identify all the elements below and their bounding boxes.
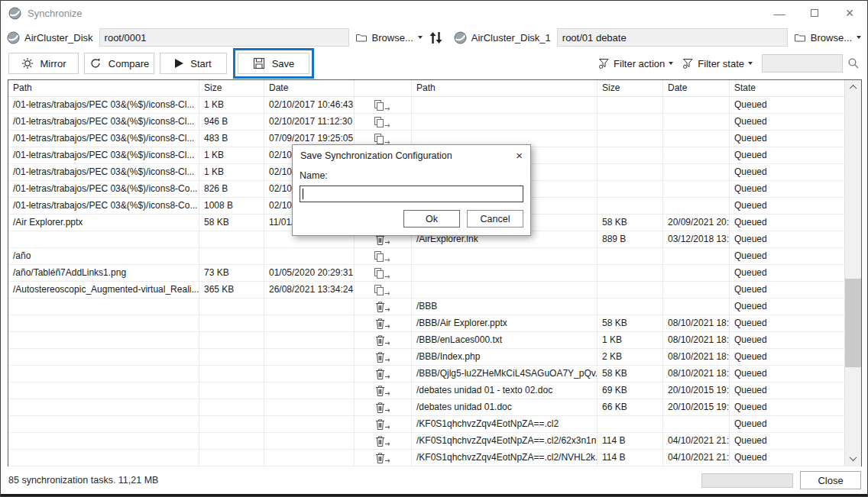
table-row[interactable]: /BBBQueued <box>8 299 861 315</box>
cell-date-left: 02/10/2017 11:12:30 <box>264 114 355 131</box>
table-row[interactable]: /BBB/Qjlg5-lu2ZHeMkCiL4SAGuOA7Y_pQv...58… <box>8 366 861 382</box>
vertical-scrollbar[interactable] <box>844 80 861 466</box>
scroll-down-icon[interactable] <box>845 451 861 466</box>
delete-file-icon <box>355 315 412 332</box>
swap-directions-icon[interactable] <box>429 31 443 44</box>
cell-state: Queued <box>730 299 861 315</box>
cell-state: Queued <box>730 265 861 282</box>
header-path-left[interactable]: Path <box>8 80 199 97</box>
chevron-down-icon <box>418 36 423 39</box>
cancel-button[interactable]: Cancel <box>467 210 523 228</box>
table-row[interactable]: /debates unidad 01 - texto 02.doc69 KB20… <box>8 382 861 399</box>
table-row[interactable]: /BBB/enLaces000.txt1 KB08/10/2021 18:44:… <box>8 332 861 349</box>
cell-size-right: 69 KB <box>598 382 663 399</box>
start-button[interactable]: Start <box>160 53 227 74</box>
ok-button[interactable]: Ok <box>403 210 460 228</box>
cell-date-right <box>663 131 730 147</box>
funnel-icon <box>682 58 694 69</box>
cell-size-right <box>598 248 663 265</box>
cell-date-left: 26/08/2021 13:34:24 <box>264 282 355 299</box>
cell-size-left <box>199 433 264 450</box>
cell-size-right: 114 B <box>598 433 663 450</box>
filter-state-label: Filter state <box>698 58 744 69</box>
header-size-right[interactable]: Size <box>598 80 663 97</box>
delete-file-icon <box>355 416 412 433</box>
table-row[interactable]: /Autostereoscopic_Augmented-virtual_Real… <box>8 282 861 299</box>
table-row[interactable]: /KF0S1qhchvzZqv4EotNpZA==.cl2/NVHL2k...1… <box>8 450 861 466</box>
cell-path-left <box>8 315 199 332</box>
table-row[interactable]: /BBB/Index.php2 KB08/10/2021 18:44:06Que… <box>8 349 861 366</box>
delete-file-icon <box>355 366 412 382</box>
cell-path-right <box>412 282 598 299</box>
header-date-left[interactable]: Date <box>264 80 355 97</box>
cell-date-left <box>264 382 355 399</box>
cell-date-right <box>663 114 730 131</box>
header-size-left[interactable]: Size <box>199 80 264 97</box>
cell-size-right: 58 KB <box>598 215 663 231</box>
cell-date-left <box>264 366 355 382</box>
close-button[interactable]: Close <box>800 471 861 489</box>
source-path-input[interactable] <box>99 28 349 47</box>
start-label: Start <box>190 58 211 69</box>
table-row[interactable]: /añoQueued <box>8 248 861 265</box>
cell-state: Queued <box>730 131 861 147</box>
cell-date-left <box>264 433 355 450</box>
search-input[interactable] <box>762 54 843 73</box>
tasks-table: Path Size Date Path Size Date State /01-… <box>8 79 862 466</box>
configuration-name-input[interactable] <box>300 186 523 202</box>
cell-size-right: 2 KB <box>598 349 663 366</box>
filter-state-dropdown[interactable]: Filter state <box>682 58 753 69</box>
cell-date-right: 08/10/2021 18:44:06 <box>663 332 730 349</box>
cell-date-right <box>663 198 730 215</box>
chevron-down-icon <box>857 36 861 39</box>
cell-size-left <box>199 231 264 248</box>
cell-path-left <box>8 382 199 399</box>
table-row[interactable]: /BBB/Air Explorer.pptx58 KB08/10/2021 18… <box>8 315 861 332</box>
compare-label: Compare <box>108 58 149 69</box>
cell-path-left <box>8 231 199 248</box>
cell-path-right <box>412 248 598 265</box>
cell-state: Queued <box>730 215 861 231</box>
close-window-icon[interactable]: × <box>832 1 867 25</box>
scrollbar-thumb[interactable] <box>845 279 861 367</box>
source-browse-button[interactable]: Browse... <box>355 32 423 44</box>
cell-size-left: 73 KB <box>199 265 264 282</box>
save-button[interactable]: Save <box>238 53 309 74</box>
minimize-icon[interactable]: — <box>762 1 797 25</box>
dialog-title: Save Synchronization Configuration <box>300 150 452 161</box>
mirror-label: Mirror <box>40 58 66 69</box>
play-icon <box>175 59 183 68</box>
cell-path-right: /debates unidad 01 - texto 02.doc <box>412 382 598 399</box>
cell-size-right: 66 KB <box>598 399 663 416</box>
maximize-icon[interactable] <box>797 1 832 25</box>
table-row[interactable]: /01-letras/trabajos/PEC 03&(%$)/icons8-C… <box>8 114 861 131</box>
search-icon[interactable] <box>847 57 860 69</box>
save-configuration-dialog: Save Synchronization Configuration × Nam… <box>292 144 531 236</box>
cell-state: Queued <box>730 181 861 198</box>
cell-path-left: /01-letras/trabajos/PEC 03&(%$)/icons8-C… <box>8 131 199 147</box>
cell-path-right <box>412 114 598 131</box>
gear-icon <box>21 57 34 69</box>
chevron-down-icon <box>669 62 673 65</box>
cell-size-right <box>598 147 663 164</box>
header-state[interactable]: State <box>730 80 861 97</box>
table-row[interactable]: /año/Tabléñ7AddLinks1.png73 KB01/05/2020… <box>8 265 861 282</box>
table-row[interactable]: /KF0S1qhchvzZqv4EotNpZA==.cl2/62x3n1n...… <box>8 433 861 450</box>
table-row[interactable]: /debates unidad 01.doc66 KB20/10/2015 19… <box>8 399 861 416</box>
filter-action-dropdown[interactable]: Filter action <box>598 58 673 69</box>
compare-button[interactable]: Compare <box>84 53 154 74</box>
folder-icon <box>794 32 806 43</box>
target-path-input[interactable] <box>557 28 788 47</box>
cell-state: Queued <box>730 147 861 164</box>
header-date-right[interactable]: Date <box>663 80 730 97</box>
text-caret <box>303 189 303 199</box>
header-path-right[interactable]: Path <box>412 80 598 97</box>
window-bottom-border <box>1 494 867 496</box>
scroll-up-icon[interactable] <box>845 80 861 95</box>
dialog-close-icon[interactable]: × <box>516 150 523 161</box>
cell-path-left: /año <box>8 248 199 265</box>
table-row[interactable]: /01-letras/trabajos/PEC 03&(%$)/icons8-C… <box>8 97 861 114</box>
table-row[interactable]: /KF0S1qhchvzZqv4EotNpZA==.cl2Queued <box>8 416 861 433</box>
mirror-button[interactable]: Mirror <box>8 53 79 74</box>
target-browse-button[interactable]: Browse... <box>794 32 861 44</box>
